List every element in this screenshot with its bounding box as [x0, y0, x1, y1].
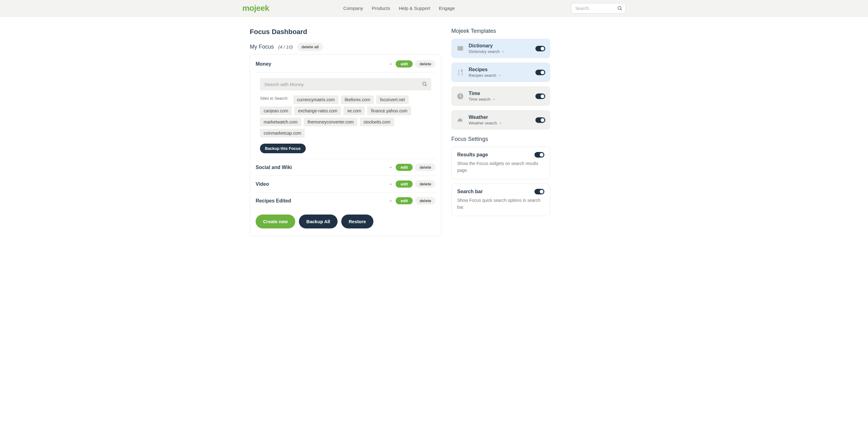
site-chip[interactable]: themoneyconverter.com [304, 118, 357, 126]
search-icon[interactable] [617, 6, 623, 11]
focus-expanded-money: Sites to Search: currencymatrix.com like… [256, 73, 436, 159]
header-search [571, 3, 626, 13]
svg-line-1 [621, 9, 622, 10]
svg-line-3 [425, 85, 427, 86]
focus-row-recipes: Recipes Edited edit delete [256, 193, 436, 209]
site-chip[interactable]: currencymatrix.com [293, 95, 339, 104]
focus-title: Recipes Edited [256, 198, 389, 204]
template-card-time: Time Time search [451, 86, 550, 106]
focus-title: Money [256, 61, 389, 67]
setting-title: Search bar [457, 189, 483, 194]
backup-all-button[interactable]: Backup All [299, 215, 338, 228]
nav-products[interactable]: Products [372, 6, 390, 11]
template-subtitle[interactable]: Dictionary search [469, 49, 531, 54]
chevron-down-icon [492, 98, 496, 101]
setting-toggle[interactable] [534, 189, 545, 194]
myfocus-header: My Focus (4 / 10) delete all [250, 43, 441, 51]
focus-search [260, 78, 431, 90]
delete-button[interactable]: delete [415, 197, 436, 205]
focus-actions: Create new Backup All Restore [256, 215, 436, 228]
site-chip[interactable]: fxconvert.net [376, 95, 408, 104]
setting-title: Results page [457, 152, 488, 158]
page-title: Focus Dashboard [250, 28, 441, 36]
delete-all-button[interactable]: delete all [298, 43, 323, 51]
edit-button[interactable]: edit [396, 164, 413, 171]
site-chip[interactable]: stockwits.com [360, 118, 394, 126]
edit-button[interactable]: edit [396, 180, 413, 188]
template-toggle[interactable] [535, 69, 545, 75]
search-icon[interactable] [422, 81, 428, 87]
main-nav: Company Products Help & Support Engage [343, 6, 455, 11]
edit-button[interactable]: edit [396, 197, 413, 204]
setting-results-page: Results page Show the Focus widgets on s… [451, 147, 550, 179]
delete-button[interactable]: delete [415, 164, 436, 171]
site-chip[interactable]: coinmarketcap.com [260, 129, 305, 137]
setting-desc: Show Focus quick search options in searc… [457, 197, 545, 211]
focus-row-video: Video edit delete [256, 176, 436, 193]
site-chip[interactable]: xe.com [343, 107, 365, 115]
template-title: Time [469, 91, 531, 96]
chevron-down-icon [498, 74, 501, 77]
sites-label: Sites to Search: [260, 96, 288, 101]
nav-engage[interactable]: Engage [439, 6, 455, 11]
chevron-down-icon[interactable] [389, 166, 393, 169]
template-subtitle[interactable]: Recipes search [469, 73, 531, 78]
focus-search-input[interactable] [260, 78, 431, 90]
svg-point-2 [423, 82, 426, 85]
focus-row-social: Social and Wiki edit delete [256, 159, 436, 176]
restore-button[interactable]: Restore [341, 215, 373, 228]
template-toggle[interactable] [535, 117, 545, 123]
template-subtitle[interactable]: Weather search [469, 121, 531, 125]
chevron-up-icon[interactable] [389, 62, 393, 66]
delete-button[interactable]: delete [415, 180, 436, 188]
cloud-icon [456, 116, 464, 124]
site-chip[interactable]: finance.yahoo.com [367, 107, 411, 115]
template-title: Recipes [469, 67, 531, 73]
nav-help[interactable]: Help & Support [399, 6, 430, 11]
settings-heading: Focus Settings [451, 136, 550, 142]
topbar: mojeek Company Products Help & Support E… [0, 0, 868, 17]
site-chip[interactable]: exchange-rates.com [294, 107, 341, 115]
utensils-icon [456, 68, 464, 77]
logo[interactable]: mojeek [242, 3, 269, 13]
book-icon [456, 45, 464, 53]
setting-toggle[interactable] [534, 152, 545, 158]
clock-icon [456, 92, 464, 100]
templates-heading: Mojeek Templates [451, 28, 550, 34]
focus-row-money: Money edit delete [256, 60, 436, 73]
setting-search-bar: Search bar Show Focus quick search optio… [451, 184, 550, 216]
template-toggle[interactable] [535, 46, 545, 51]
backup-focus-button[interactable]: Backup this Focus [260, 144, 306, 153]
myfocus-label: My Focus [250, 44, 274, 50]
template-card-recipes: Recipes Recipes search [451, 62, 550, 82]
create-new-button[interactable]: Create new [256, 215, 295, 228]
chevron-down-icon[interactable] [389, 199, 393, 203]
focus-title: Social and Wiki [256, 165, 389, 170]
focus-title: Video [256, 181, 389, 187]
site-chip[interactable]: likeforex.com [341, 95, 374, 104]
chevron-down-icon [501, 50, 504, 53]
template-subtitle[interactable]: Time search [469, 97, 531, 102]
site-chip[interactable]: marketwatch.com [260, 118, 301, 126]
template-title: Weather [469, 115, 531, 120]
setting-desc: Show the Focus widgets on search results… [457, 160, 545, 174]
focus-list: Money edit delete Site [250, 54, 441, 236]
template-title: Dictionary [469, 43, 531, 49]
edit-button[interactable]: edit [396, 60, 413, 67]
chevron-down-icon [499, 122, 502, 125]
myfocus-count: (4 / 10) [278, 44, 293, 50]
delete-button[interactable]: delete [415, 60, 436, 68]
template-card-weather: Weather Weather search [451, 110, 550, 130]
template-card-dictionary: Dictionary Dictionary search [451, 39, 550, 58]
nav-company[interactable]: Company [343, 6, 363, 11]
svg-point-0 [618, 6, 621, 9]
site-chip[interactable]: canjean.com [260, 107, 292, 115]
template-toggle[interactable] [535, 93, 545, 99]
chevron-down-icon[interactable] [389, 182, 393, 186]
